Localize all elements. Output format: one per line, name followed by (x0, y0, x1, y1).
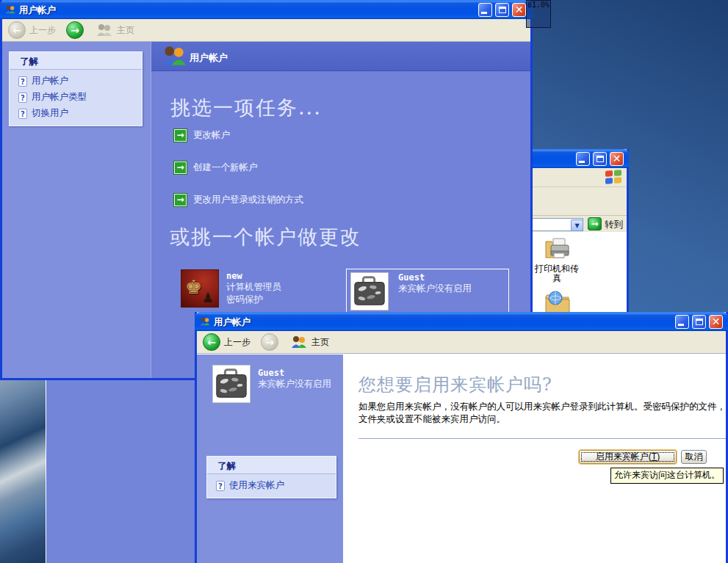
maximize-button[interactable] (495, 3, 509, 17)
desktop-wallpaper-strip (0, 380, 46, 563)
home-button-label[interactable]: 主页 (311, 336, 329, 349)
learn-about-box: 了解 ? 用户帐户 ? 用户帐户类型 ? 切换用户 (9, 51, 143, 126)
go-button-label[interactable]: 转到 (605, 219, 623, 231)
task-arrow-icon: → (174, 194, 187, 206)
account-name: Guest (398, 272, 472, 283)
window-titlebar[interactable]: 用户帐户 ✕ (0, 0, 533, 19)
back-button-label[interactable]: 上一步 (224, 336, 251, 349)
pick-account-heading: 或挑一个帐户做更改 (170, 224, 361, 250)
maximize-icon (499, 7, 506, 13)
account-status: 来宾帐户没有启用 (398, 283, 472, 295)
sidebar-item-user-accounts[interactable]: ? 用户帐户 (10, 73, 142, 89)
zoom-percentage: 81.0% (527, 1, 549, 9)
page-header-title: 用户帐户 (190, 51, 228, 65)
explorer-content: 打印机和传 真 (530, 232, 627, 323)
maximize-button[interactable] (692, 315, 706, 329)
zoom-indicator-overlay: 81.0% (526, 0, 551, 28)
sidebar: 了解 ? 用户帐户 ? 用户帐户类型 ? 切换用户 (2, 42, 151, 378)
help-icon: ? (18, 76, 27, 87)
learn-about-title: 了解 (207, 457, 336, 474)
explorer-window: ✕ ▼ → 转到 (527, 149, 629, 325)
forward-button[interactable]: → (66, 21, 84, 39)
close-icon: ✕ (610, 153, 623, 165)
tooltip: 允许来宾访问这台计算机。 (610, 468, 724, 484)
chevron-down-icon[interactable]: ▼ (571, 219, 583, 231)
window-title: 用户帐户 (19, 4, 56, 17)
home-icon[interactable] (290, 335, 308, 349)
minimize-icon (481, 12, 487, 14)
guest-picture-suitcase (212, 365, 251, 403)
guest-account-name: Guest (258, 368, 331, 378)
desktop: ✕ ▼ → 转到 (0, 0, 728, 563)
sidebar-item-using-guest-account[interactable]: ? 使用来宾帐户 (207, 477, 336, 493)
sidebar-item-switch-users[interactable]: ? 切换用户 (10, 105, 142, 121)
home-icon[interactable] (95, 23, 113, 37)
account-picture-chess: ♚♟ (181, 269, 219, 308)
task-create-account[interactable]: → 创建一个新帐户 (174, 161, 258, 174)
help-icon: ? (216, 481, 225, 491)
maximize-button[interactable] (593, 152, 607, 166)
address-input[interactable]: ▼ (530, 218, 583, 231)
task-change-logon[interactable]: → 更改用户登录或注销的方式 (174, 194, 303, 206)
cancel-button[interactable]: 取消 (681, 450, 707, 464)
close-icon: ✕ (710, 316, 722, 328)
window-titlebar[interactable]: 用户帐户 ✕ (195, 312, 728, 331)
close-button[interactable]: ✕ (610, 152, 624, 166)
guest-account-status: 来宾帐户没有启用 (258, 378, 331, 391)
explorer-titlebar[interactable]: ✕ (527, 149, 629, 168)
back-button-label[interactable]: 上一步 (29, 24, 56, 37)
button-row: 启用来宾帐户(T) 取消 (343, 450, 721, 465)
go-button[interactable]: → (588, 217, 602, 230)
sidebar-item-account-types[interactable]: ? 用户帐户类型 (10, 89, 142, 105)
back-button[interactable]: ← (8, 21, 26, 39)
background-window-fragment (46, 380, 195, 563)
close-icon: ✕ (513, 4, 525, 16)
account-tile-new[interactable]: ♚♟ new 计算机管理员 密码保护 (181, 269, 335, 312)
close-button[interactable]: ✕ (512, 3, 526, 17)
account-password-status: 密码保护 (226, 294, 281, 306)
body-text: 如果您启用来宾帐户，没有帐户的人可以用来宾帐户登录到此计算机。受密码保护的文件，… (358, 400, 727, 425)
user-accounts-header-icon (160, 45, 188, 67)
task-arrow-icon: → (174, 129, 187, 142)
learn-about-box: 了解 ? 使用来宾帐户 (206, 456, 336, 498)
minimize-icon (678, 324, 684, 326)
printers-and-faxes-icon[interactable] (544, 236, 571, 261)
enable-guest-button[interactable]: 启用来宾帐户(T) (579, 450, 677, 464)
navigation-toolbar: ← 上一步 → 主页 (2, 19, 530, 42)
task-arrow-icon: → (174, 161, 187, 174)
maximize-icon (696, 319, 703, 325)
minimize-button[interactable] (675, 315, 689, 329)
user-accounts-icon (4, 4, 16, 15)
close-button[interactable]: ✕ (709, 315, 723, 329)
window-title: 用户帐户 (214, 316, 251, 329)
learn-about-title: 了解 (10, 52, 142, 70)
account-name: new (226, 271, 281, 281)
help-icon: ? (18, 92, 27, 103)
minimize-button[interactable] (478, 3, 492, 17)
windows-flag-icon (603, 170, 624, 186)
task-change-account[interactable]: → 更改帐户 (174, 129, 230, 142)
user-accounts-icon (199, 316, 211, 327)
navigation-toolbar: ← 上一步 → 主页 (197, 331, 726, 354)
account-tile-guest[interactable]: Guest 来宾帐户没有启用 (346, 269, 509, 313)
divider (358, 438, 726, 440)
page-header: 用户帐户 (151, 42, 530, 71)
minimize-icon (579, 161, 585, 163)
sidebar: Guest 来宾帐户没有启用 了解 ? 使用来宾帐户 (197, 355, 343, 563)
explorer-menubar (530, 168, 627, 187)
pick-task-heading: 挑选一项任务... (170, 95, 322, 121)
printers-and-faxes-label[interactable]: 打印机和传 真 (530, 264, 584, 283)
account-picture-suitcase (350, 272, 389, 310)
forward-button[interactable]: → (261, 333, 278, 351)
minimize-button[interactable] (576, 152, 590, 166)
help-icon: ? (18, 109, 27, 119)
page-title: 您想要启用来宾帐户吗? (358, 373, 552, 396)
maximize-icon (597, 156, 604, 162)
back-button[interactable]: ← (203, 333, 220, 351)
guest-account-window: 用户帐户 ✕ ← 上一步 → 主页 (195, 312, 728, 563)
explorer-addressbar: ▼ → 转到 (530, 216, 627, 232)
explorer-toolbar (530, 187, 627, 216)
main-content: 您想要启用来宾帐户吗? 如果您启用来宾帐户，没有帐户的人可以用来宾帐户登录到此计… (343, 355, 726, 563)
account-type: 计算机管理员 (226, 281, 281, 294)
home-button-label[interactable]: 主页 (117, 24, 134, 37)
